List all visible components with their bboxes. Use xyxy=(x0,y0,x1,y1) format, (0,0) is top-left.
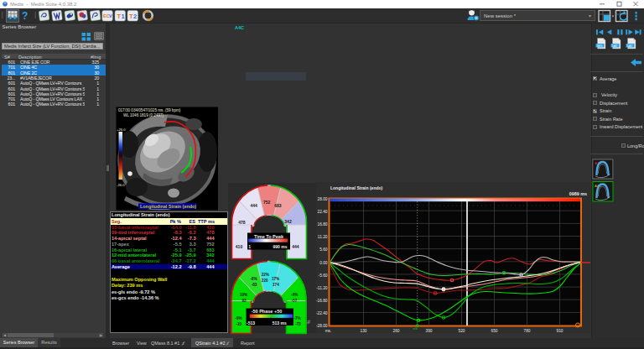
svg-text:+26.0: +26.0 xyxy=(117,128,126,132)
svg-text:Time To Peak: Time To Peak xyxy=(254,234,284,239)
svg-text:520: 520 xyxy=(458,329,465,333)
svg-text:WL 1046 1819 (0 2497): WL 1046 1819 (0 2497) xyxy=(123,113,164,117)
svg-text:93: 93 xyxy=(242,299,247,303)
svg-text:130: 130 xyxy=(360,329,366,333)
svg-text:DAT: DAT xyxy=(627,44,634,48)
svg-text:1: 1 xyxy=(248,244,251,249)
svg-text:-16.80: -16.80 xyxy=(316,299,328,303)
svg-text:-26.0: -26.0 xyxy=(117,183,125,187)
svg-text:513 ms: 513 ms xyxy=(273,320,287,326)
svg-text:260: 260 xyxy=(392,329,399,333)
svg-text:910: 910 xyxy=(556,329,563,333)
svg-text:22.40: 22.40 xyxy=(317,210,327,214)
svg-text:10%: 10% xyxy=(240,293,247,297)
svg-text:-83: -83 xyxy=(252,283,257,287)
svg-text:-6%: -6% xyxy=(291,293,298,297)
svg-text:220: 220 xyxy=(262,279,268,283)
svg-text:22%: 22% xyxy=(262,273,269,277)
svg-text:650: 650 xyxy=(491,329,497,333)
svg-text:16.80: 16.80 xyxy=(317,222,327,227)
svg-text:-50 Phase +50: -50 Phase +50 xyxy=(252,309,283,314)
svg-text:1: 1 xyxy=(122,13,125,20)
svg-text:-9%: -9% xyxy=(235,316,242,320)
svg-text:0.00: 0.00 xyxy=(319,261,328,265)
svg-text:?: ? xyxy=(22,10,28,22)
svg-text:-10: -10 xyxy=(236,322,242,326)
svg-text:342: 342 xyxy=(284,219,292,224)
svg-text:11.20: 11.20 xyxy=(318,235,328,239)
svg-text:28.00: 28.00 xyxy=(317,197,327,201)
svg-text:-22.40: -22.40 xyxy=(316,311,328,315)
svg-text:-28.00: -28.00 xyxy=(316,324,328,328)
svg-text:-11.20: -11.20 xyxy=(316,286,328,290)
svg-text:752: 752 xyxy=(263,200,271,205)
svg-text:990 ms: 990 ms xyxy=(273,244,288,249)
svg-text:478: 478 xyxy=(238,220,246,225)
svg-text:0989 ms: 0989 ms xyxy=(569,191,587,196)
svg-text:2: 2 xyxy=(133,13,137,20)
svg-text:174: 174 xyxy=(273,283,279,287)
svg-text:ms.: ms. xyxy=(325,329,332,333)
svg-text:-57: -57 xyxy=(292,299,298,303)
svg-text:444: 444 xyxy=(250,203,257,208)
svg-text:DAT: DAT xyxy=(612,44,619,48)
svg-text:-7%: -7% xyxy=(294,316,301,320)
svg-text:683: 683 xyxy=(274,203,282,208)
svg-text:-8%: -8% xyxy=(250,277,257,281)
svg-text:V: V xyxy=(109,13,112,18)
svg-text:-513: -513 xyxy=(247,320,255,326)
svg-text:017/30 034/0547/1025 ms. (59: 017/30 034/0547/1025 ms. (59 bpm) xyxy=(118,108,181,112)
svg-text:390: 390 xyxy=(425,329,432,333)
svg-text:-5.60: -5.60 xyxy=(319,273,328,278)
svg-text:444: 444 xyxy=(292,244,299,249)
svg-text:%: % xyxy=(306,320,311,324)
svg-text:Longitudinal Strain (endo): Longitudinal Strain (endo) xyxy=(140,204,196,209)
svg-text:410: 410 xyxy=(236,244,243,249)
svg-text:5.60: 5.60 xyxy=(319,247,328,252)
svg-text:Longitudinal Strain (endo): Longitudinal Strain (endo) xyxy=(330,185,383,190)
svg-text:-73: -73 xyxy=(295,322,301,326)
svg-text:17%: 17% xyxy=(272,277,279,281)
svg-text:780: 780 xyxy=(523,329,530,333)
svg-text:IMG: IMG xyxy=(597,44,603,48)
